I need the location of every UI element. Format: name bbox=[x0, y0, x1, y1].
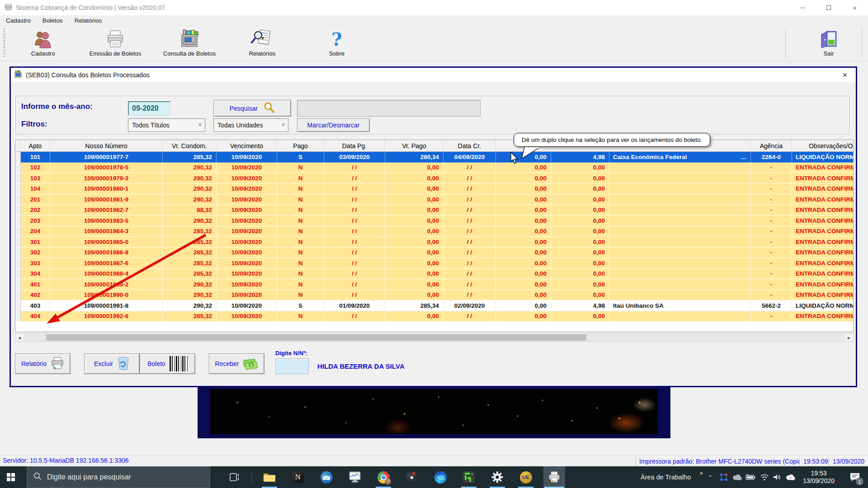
table-cell: 290,32 bbox=[163, 194, 217, 205]
table-cell: 10/09/2020 bbox=[217, 311, 277, 322]
taskbar-atom-app[interactable] bbox=[401, 466, 423, 488]
table-row[interactable]: 203109/00001983-5290,3210/09/2020N/ /0,0… bbox=[15, 216, 853, 226]
table-cell: 302 bbox=[21, 248, 50, 258]
menu-cadastro[interactable]: Cadastro bbox=[0, 17, 37, 24]
excluir-button[interactable]: Excluir bbox=[84, 353, 140, 374]
table-cell: 103 bbox=[21, 173, 50, 184]
taskbar-settings[interactable] bbox=[486, 466, 508, 488]
menu-relatorios[interactable]: Relatórios bbox=[69, 17, 108, 24]
column-header[interactable]: Nosso Número bbox=[50, 140, 163, 152]
dropdown-arrow-icon[interactable]: ▼ bbox=[261, 36, 265, 41]
minimize-button[interactable] bbox=[789, 0, 816, 15]
show-hidden-icons-chevron[interactable]: ⌃ bbox=[704, 466, 716, 488]
table-cell: - bbox=[751, 216, 792, 226]
taskbar-notepad-app[interactable]: N bbox=[287, 466, 309, 488]
taskbar-search-input[interactable]: Digite aqui para pesquisar bbox=[27, 466, 210, 488]
column-header[interactable]: Apto bbox=[21, 140, 50, 152]
table-row[interactable]: 402109/00001990-0290,3210/09/2020N/ /0,0… bbox=[15, 290, 853, 301]
taskbar-file-explorer[interactable] bbox=[259, 466, 280, 488]
maximize-button[interactable] bbox=[816, 0, 842, 15]
toolbar-sair-button[interactable]: Sair bbox=[811, 28, 847, 60]
units-dropdown[interactable]: Todas Unidades˅ bbox=[213, 118, 288, 132]
tray-onedrive-icon[interactable] bbox=[731, 466, 743, 488]
column-header[interactable]: Data Pg. bbox=[324, 140, 385, 152]
toolbar-overflow-chevron[interactable]: » bbox=[700, 470, 703, 476]
pesquisar-button[interactable]: Pesquisar bbox=[213, 100, 291, 117]
titles-dropdown[interactable]: Todos Títulos˅ bbox=[128, 118, 205, 132]
table-cell: / / bbox=[443, 216, 496, 226]
bank-more-icon[interactable]: ... bbox=[741, 154, 750, 160]
taskbar-greenshot[interactable] bbox=[458, 466, 480, 488]
dialog-close-icon[interactable]: × bbox=[840, 70, 850, 80]
tray-volume-icon[interactable] bbox=[771, 466, 783, 488]
toolbar-sobre-button[interactable]: ? Sobre bbox=[319, 28, 355, 60]
tray-selection-tool-icon[interactable] bbox=[718, 466, 730, 488]
taskbar-system-monitor[interactable] bbox=[344, 466, 366, 488]
boleto-button[interactable]: Boleto bbox=[140, 353, 195, 374]
taskbar-chrome[interactable] bbox=[373, 466, 394, 488]
menu-boletos[interactable]: Boletos bbox=[37, 17, 69, 24]
close-button[interactable]: × bbox=[842, 0, 868, 15]
table-row[interactable]: 104109/00001980-1290,3210/09/2020N/ /0,0… bbox=[15, 184, 853, 195]
table-cell: N bbox=[277, 311, 324, 322]
table-row[interactable]: 304109/00001988-4285,3210/09/2020N/ /0,0… bbox=[15, 269, 853, 280]
scrollbar-thumb[interactable] bbox=[46, 334, 586, 341]
taskbar-thunderbird[interactable] bbox=[316, 466, 337, 488]
scroll-left-icon[interactable]: ◄ bbox=[15, 334, 24, 341]
taskbar-edge[interactable] bbox=[429, 466, 451, 488]
table-row[interactable]: 202109/00001982-788,3210/09/2020N/ /0,00… bbox=[15, 205, 853, 216]
table-cell: / / bbox=[324, 248, 385, 258]
toolbar-consulta-button[interactable]: Consulta de Boletos bbox=[157, 28, 222, 60]
start-button[interactable] bbox=[0, 466, 22, 488]
column-header[interactable]: Vencimento bbox=[217, 140, 277, 152]
taskbar-ultraedit[interactable]: UE bbox=[515, 466, 537, 488]
column-header[interactable]: Pago bbox=[277, 140, 324, 152]
table-row[interactable]: 103109/00001979-3290,3210/09/2020N/ /0,0… bbox=[15, 173, 853, 184]
table-row[interactable]: 401109/00001989-2290,3210/09/2020N/ /0,0… bbox=[15, 279, 853, 290]
table-row[interactable]: 303109/00001987-6285,3210/09/2020N/ /0,0… bbox=[15, 258, 853, 269]
table-row[interactable]: 102109/00001978-5290,3210/09/2020N/ /0,0… bbox=[15, 163, 853, 174]
relatorio-button[interactable]: Relatório bbox=[15, 353, 71, 374]
receber-button[interactable]: Receber $ bbox=[209, 353, 264, 374]
column-header[interactable]: Vr. Pago bbox=[385, 140, 443, 152]
table-cell: 10/09/2020 bbox=[217, 226, 277, 237]
notification-center-button[interactable]: 1 bbox=[844, 466, 865, 488]
toolbar-emissao-button[interactable]: Emissão de Boletos bbox=[84, 28, 147, 60]
tooltip: Dê um duplo clique na seleção para ver o… bbox=[514, 133, 710, 147]
scroll-right-icon[interactable]: ► bbox=[845, 334, 853, 341]
month-input[interactable]: 09-2020 bbox=[128, 101, 170, 116]
dialog-consulta-boletos: (SEB03) Consulta dos Boletos Processados… bbox=[9, 66, 857, 387]
tray-wifi-icon[interactable] bbox=[759, 466, 770, 488]
column-header[interactable]: Vr. Condom. bbox=[163, 140, 217, 152]
table-row[interactable]: 301109/00001985-0285,3210/09/2020N/ /0,0… bbox=[15, 237, 853, 248]
column-header[interactable]: Data Cr. bbox=[443, 140, 496, 152]
table-cell: 0,00 bbox=[496, 216, 551, 226]
file-explorer-icon bbox=[263, 472, 276, 483]
task-view-button[interactable] bbox=[224, 466, 245, 488]
taskbar-active-app-printer[interactable] bbox=[543, 466, 565, 488]
table-cell: 0,00 bbox=[496, 163, 551, 174]
column-header[interactable]: Agência bbox=[751, 140, 792, 152]
greenshot-icon bbox=[463, 471, 475, 483]
table-row[interactable]: 201109/00001981-9290,3210/09/2020N/ /0,0… bbox=[15, 194, 853, 205]
table-row[interactable]: 404109/00001992-6285,3210/09/2020N/ /0,0… bbox=[15, 311, 853, 322]
search-result-field[interactable] bbox=[297, 100, 481, 117]
tray-cloud-icon[interactable] bbox=[785, 466, 797, 488]
toolbar-cadastro-button[interactable]: Cadastro bbox=[18, 28, 68, 60]
desktop-toolbar-label[interactable]: Área de Trabalho bbox=[641, 466, 691, 488]
table-horizontal-scrollbar[interactable]: ◄ ► bbox=[15, 333, 854, 342]
table-row[interactable]: 302109/00001986-8285,3210/09/2020N/ /0,0… bbox=[15, 248, 853, 258]
table-row[interactable]: 403109/00001991-8290,3210/09/2020S01/09/… bbox=[15, 300, 853, 311]
taskbar-clock[interactable]: 19:53 13/09/2020 bbox=[799, 466, 838, 488]
column-header[interactable]: Observações/Ocorrência bbox=[792, 140, 854, 152]
marcar-desmarcar-button[interactable]: Marcar/Desmarcar bbox=[297, 118, 370, 132]
table-row[interactable]: 101109/00001977-7285,3210/09/2020S03/09/… bbox=[15, 152, 853, 163]
tray-battery-icon[interactable] bbox=[744, 466, 756, 488]
table-cell: 201 bbox=[21, 194, 50, 205]
table-cell bbox=[609, 258, 751, 269]
boletos-table[interactable]: AptoNosso NúmeroVr. Condom.VencimentoPag… bbox=[15, 140, 854, 332]
table-cell: 0,00 bbox=[496, 279, 551, 290]
table-row[interactable]: 204109/00001984-3285,3210/09/2020N/ /0,0… bbox=[15, 226, 853, 237]
nn-input[interactable] bbox=[275, 358, 309, 374]
toolbar-relatorios-button[interactable]: ▼ Relatórios bbox=[240, 28, 285, 60]
